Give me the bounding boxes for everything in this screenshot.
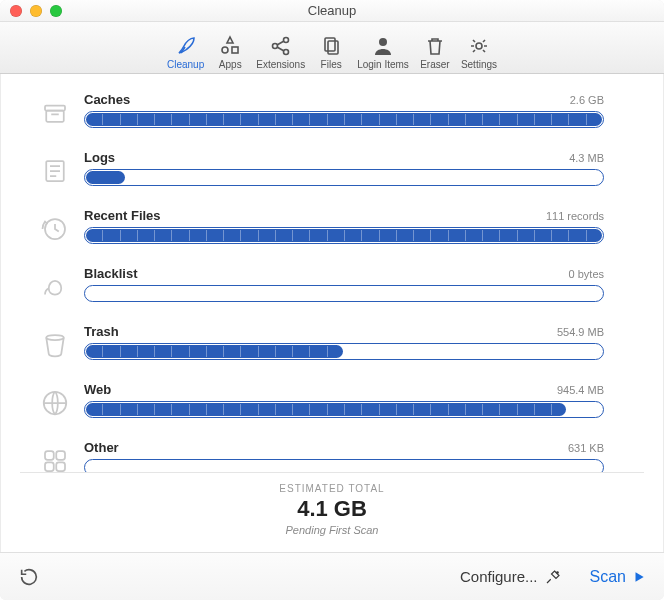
svg-point-19 [556, 571, 558, 573]
feather-icon [174, 34, 198, 58]
recent-icon [40, 214, 70, 244]
progress-fill [86, 345, 343, 358]
category-size: 631 KB [568, 442, 604, 454]
scan-button[interactable]: Scan [590, 568, 646, 586]
logs-icon [40, 156, 70, 186]
estimate-total: 4.1 GB [0, 496, 664, 522]
progress-fill [86, 229, 602, 242]
progress-bar [84, 111, 604, 128]
estimate-subtitle: Pending First Scan [0, 524, 664, 536]
settings-icon [467, 34, 491, 58]
play-icon [632, 570, 646, 584]
category-label: Web [84, 382, 111, 397]
person-icon [371, 34, 395, 58]
toolbar-label: Apps [219, 59, 242, 70]
toolbar-settings[interactable]: Settings [457, 34, 501, 70]
toolbar-files[interactable]: Files [309, 34, 353, 70]
estimate-panel: ESTIMATED TOTAL 4.1 GB Pending First Sca… [0, 473, 664, 552]
svg-rect-16 [56, 451, 65, 460]
progress-fill [86, 171, 125, 184]
category-label: Blacklist [84, 266, 137, 281]
toolbar: Cleanup Apps Extensions Files Login Item… [0, 22, 664, 74]
toolbar-label: Cleanup [167, 59, 204, 70]
blacklist-icon [40, 272, 70, 302]
category-row-web[interactable]: Web945.4 MB [40, 382, 604, 418]
category-label: Other [84, 440, 119, 455]
progress-bar [84, 285, 604, 302]
svg-rect-10 [46, 111, 64, 122]
content-area: Caches2.6 GBLogs4.3 MBRecent Files111 re… [0, 74, 664, 472]
toolbar-login-items[interactable]: Login Items [353, 34, 413, 70]
toolbar-cleanup[interactable]: Cleanup [163, 34, 208, 70]
category-label: Recent Files [84, 208, 161, 223]
progress-fill [86, 403, 566, 416]
apps-icon [218, 34, 242, 58]
svg-point-0 [222, 47, 228, 53]
web-icon [40, 388, 70, 418]
progress-bar [84, 227, 604, 244]
toolbar-apps[interactable]: Apps [208, 34, 252, 70]
trash-icon [40, 330, 70, 360]
category-row-other[interactable]: Other631 KB [40, 440, 604, 472]
footer: Configure... Scan [0, 552, 664, 600]
svg-rect-17 [45, 462, 54, 471]
toolbar-label: Login Items [357, 59, 409, 70]
toolbar-label: Files [321, 59, 342, 70]
category-row-logs[interactable]: Logs4.3 MB [40, 150, 604, 186]
svg-point-8 [476, 43, 482, 49]
svg-rect-18 [56, 462, 65, 471]
share-icon [269, 34, 293, 58]
svg-rect-6 [328, 41, 338, 54]
category-row-trash[interactable]: Trash554.9 MB [40, 324, 604, 360]
trash-icon [423, 34, 447, 58]
category-size: 2.6 GB [570, 94, 604, 106]
category-size: 0 bytes [569, 268, 604, 280]
category-size: 4.3 MB [569, 152, 604, 164]
files-icon [319, 34, 343, 58]
category-label: Caches [84, 92, 130, 107]
svg-rect-15 [45, 451, 54, 460]
configure-button[interactable]: Configure... [460, 568, 562, 586]
svg-rect-5 [325, 38, 335, 51]
progress-bar [84, 401, 604, 418]
titlebar: Cleanup [0, 0, 664, 22]
category-size: 945.4 MB [557, 384, 604, 396]
svg-rect-1 [232, 47, 238, 53]
category-row-blacklist[interactable]: Blacklist0 bytes [40, 266, 604, 302]
toolbar-label: Eraser [420, 59, 449, 70]
configure-label: Configure... [460, 568, 538, 585]
svg-point-13 [46, 335, 64, 340]
toolbar-label: Extensions [256, 59, 305, 70]
svg-point-7 [379, 38, 387, 46]
toolbar-label: Settings [461, 59, 497, 70]
other-icon [40, 446, 70, 472]
tools-icon [544, 568, 562, 586]
toolbar-extensions[interactable]: Extensions [252, 34, 309, 70]
caches-icon [40, 98, 70, 128]
category-label: Trash [84, 324, 119, 339]
toolbar-eraser[interactable]: Eraser [413, 34, 457, 70]
progress-bar [84, 343, 604, 360]
refresh-icon [18, 566, 40, 588]
category-label: Logs [84, 150, 115, 165]
estimate-label: ESTIMATED TOTAL [0, 483, 664, 494]
progress-fill [86, 113, 602, 126]
scan-label: Scan [590, 568, 626, 586]
refresh-button[interactable] [18, 566, 40, 588]
progress-bar [84, 169, 604, 186]
category-row-recent[interactable]: Recent Files111 records [40, 208, 604, 244]
window-title: Cleanup [0, 3, 664, 18]
progress-bar [84, 459, 604, 472]
category-size: 554.9 MB [557, 326, 604, 338]
category-size: 111 records [546, 210, 604, 222]
category-row-caches[interactable]: Caches2.6 GB [40, 92, 604, 128]
